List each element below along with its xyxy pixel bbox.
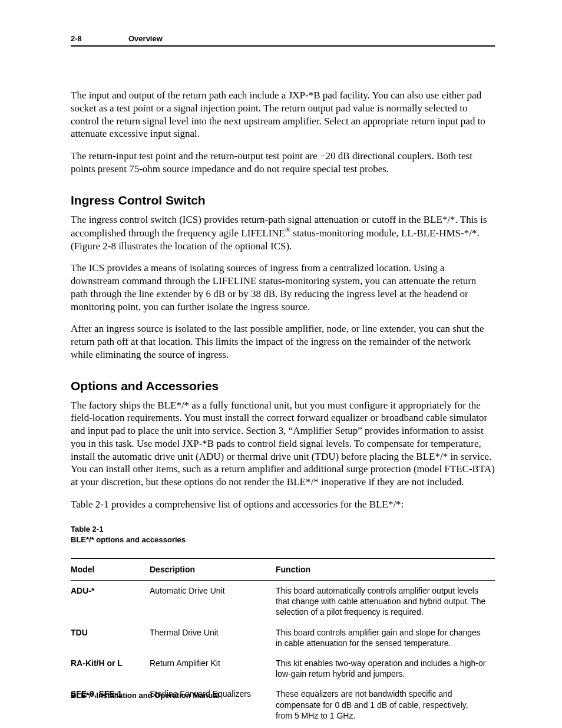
cell-function: This board automatically controls amplif… — [276, 581, 495, 622]
cell-function: This kit enables two-way operation and i… — [276, 653, 495, 684]
cell-description: Return Amplifier Kit — [150, 653, 276, 684]
cell-model: TDU — [71, 622, 150, 653]
heading-options-and-accessories: Options and Accessories — [71, 379, 495, 393]
table-number: Table 2-1 — [71, 525, 103, 533]
cell-function: This board controls amplifier gain and s… — [276, 622, 495, 653]
cell-function: These equalizers are not bandwidth speci… — [276, 684, 495, 726]
body-text: The input and output of the return path … — [71, 89, 495, 726]
paragraph: The factory ships the BLE*/* as a fully … — [71, 399, 495, 489]
page-number: 2-8 — [71, 34, 128, 43]
footer-title: BLE*/* Installation and Operation Manual — [71, 691, 219, 700]
col-header-function: Function — [276, 559, 495, 581]
paragraph: After an ingress source is isolated to t… — [71, 322, 495, 361]
running-header: 2-8 Overview — [71, 34, 495, 47]
cell-description: Starline Forward Equalizers — [150, 684, 276, 726]
table-row: ADU-* Automatic Drive Unit This board au… — [71, 581, 495, 622]
table-title: BLE*/* options and accessories — [71, 535, 186, 544]
table-row: RA-Kit/H or L Return Amplifier Kit This … — [71, 653, 495, 684]
table-row: TDU Thermal Drive Unit This board contro… — [71, 622, 495, 653]
cell-model: ADU-* — [71, 581, 150, 622]
paragraph: The return-input test point and the retu… — [71, 150, 495, 176]
col-header-description: Description — [150, 559, 276, 581]
paragraph: The ingress control switch (ICS) provide… — [71, 213, 495, 253]
table-header-row: Model Description Function — [71, 559, 495, 581]
paragraph: The ICS provides a means of isolating so… — [71, 262, 495, 313]
cell-model: RA-Kit/H or L — [71, 653, 150, 684]
cell-model: SFE-0, SFE-1 — [71, 684, 150, 726]
cell-description: Automatic Drive Unit — [150, 581, 276, 622]
table-row: SFE-0, SFE-1 Starline Forward Equalizers… — [71, 684, 495, 726]
heading-ingress-control-switch: Ingress Control Switch — [71, 193, 495, 207]
registered-mark: ® — [285, 226, 290, 234]
cell-description: Thermal Drive Unit — [150, 622, 276, 653]
col-header-model: Model — [71, 559, 150, 581]
options-table: Model Description Function ADU-* Automat… — [71, 558, 495, 726]
section-name: Overview — [128, 34, 163, 43]
paragraph: Table 2-1 provides a comprehensive list … — [71, 498, 495, 511]
table-caption: Table 2-1 BLE*/* options and accessories — [71, 524, 495, 545]
paragraph: The input and output of the return path … — [71, 89, 495, 140]
page: 2-8 Overview The input and output of the… — [0, 0, 562, 728]
